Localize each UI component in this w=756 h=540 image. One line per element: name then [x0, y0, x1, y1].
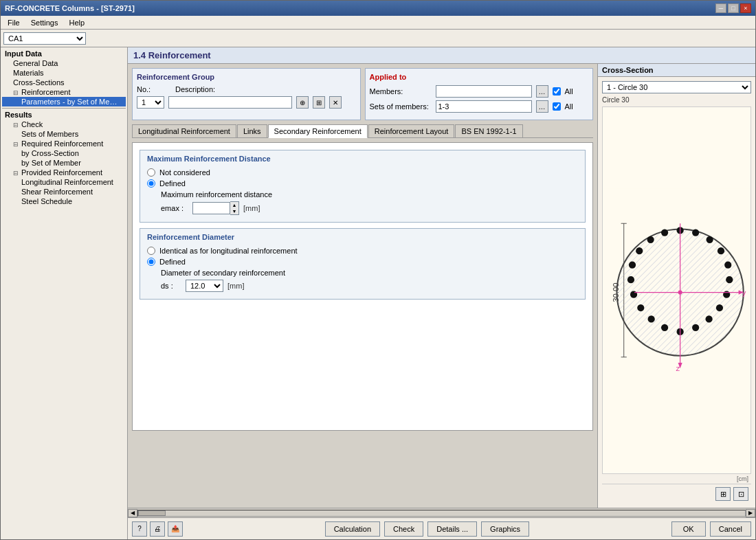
tab-secondary[interactable]: Secondary Reinforcement	[268, 124, 368, 138]
ds-unit: [mm]	[227, 282, 244, 290]
sidebar-item-by-set-of-member[interactable]: by Set of Member	[2, 158, 126, 168]
not-considered-label: Not considered	[159, 168, 210, 177]
sidebar-item-reinforcement[interactable]: ⊟Reinforcement	[2, 87, 126, 97]
sidebar-item-longitudinal-rein[interactable]: Longitudinal Reinforcement	[2, 177, 126, 187]
not-considered-radio[interactable]	[147, 168, 155, 177]
menu-bar: File Settings Help	[1, 16, 755, 30]
cs-fit-icon[interactable]: ⊡	[733, 487, 748, 501]
print-icon-btn[interactable]: 🖨	[150, 521, 165, 537]
defined-radio2[interactable]	[147, 258, 155, 266]
tab-links[interactable]: Links	[237, 124, 267, 137]
sets-all-checkbox[interactable]	[553, 102, 561, 111]
bottom-left-buttons: ? 🖨 📤	[132, 521, 183, 537]
sidebar-item-cross-sections[interactable]: Cross-Sections	[2, 78, 126, 87]
rein-diam-group: Reinforcement Diameter Identical as for …	[140, 228, 586, 300]
panel-header: 1.4 Reinforcement	[128, 47, 755, 64]
sidebar-item-check[interactable]: ⊟Check	[2, 120, 126, 129]
members-select-icon[interactable]: …	[536, 85, 548, 98]
bottom-bar: ? 🖨 📤 Calculation Check Details ... Grap…	[128, 517, 755, 539]
svg-point-10	[707, 236, 713, 243]
menu-settings[interactable]: Settings	[27, 18, 63, 27]
svg-point-21	[637, 304, 644, 311]
cs-zoom-icon[interactable]: ⊞	[715, 487, 731, 501]
toolbar: CA1	[1, 30, 755, 47]
scroll-track[interactable]	[137, 510, 746, 517]
cs-unit: [cm]	[602, 474, 751, 484]
help-icon-btn[interactable]: ?	[132, 521, 147, 537]
members-input[interactable]	[436, 85, 532, 98]
description-input[interactable]	[168, 96, 292, 109]
svg-point-27	[661, 229, 668, 236]
svg-point-26	[647, 236, 654, 243]
svg-point-34	[678, 291, 682, 295]
tab-bs[interactable]: BS EN 1992-1-1	[455, 124, 522, 137]
cancel-button[interactable]: Cancel	[710, 521, 751, 537]
sidebar-item-general-data[interactable]: General Data	[2, 58, 126, 68]
emax-unit: [mm]	[243, 204, 260, 212]
export-icon-btn[interactable]: 📤	[168, 521, 183, 537]
sidebar-item-provided-rein[interactable]: ⊟Provided Reinforcement	[2, 168, 126, 177]
identical-radio[interactable]	[147, 247, 155, 255]
minimize-button[interactable]: ─	[715, 3, 726, 13]
ds-select[interactable]: 12.0 8.0 10.0 14.0 16.0	[186, 280, 223, 292]
ds-label: ds :	[161, 282, 181, 290]
sets-all-label: All	[565, 102, 573, 111]
sidebar-item-results[interactable]: Results	[2, 110, 126, 120]
sidebar-item-shear-rein[interactable]: Shear Reinforcement	[2, 187, 126, 196]
svg-point-24	[629, 262, 636, 269]
sets-input[interactable]	[436, 100, 532, 113]
panel-body: Reinforcement Group No.: Description: 1	[128, 64, 755, 508]
ca-dropdown[interactable]: CA1	[3, 32, 86, 45]
details-button[interactable]: Details ...	[427, 521, 477, 537]
emax-label: emax :	[161, 204, 188, 212]
delete-icon[interactable]: ✕	[329, 96, 342, 109]
sidebar-item-required-rein[interactable]: ⊟Required Reinforcement	[2, 139, 126, 148]
svg-point-12	[724, 262, 731, 269]
scroll-thumb[interactable]	[138, 510, 166, 516]
emax-value-input[interactable]: 250.0	[192, 202, 230, 214]
sidebar: Input Data General Data Materials Cross-…	[1, 47, 128, 539]
tab-longitudinal[interactable]: Longitudinal Reinforcement	[132, 124, 236, 137]
sidebar-item-materials[interactable]: Materials	[2, 68, 126, 78]
menu-help[interactable]: Help	[65, 18, 89, 27]
sidebar-item-params[interactable]: Parameters - by Set of Members	[2, 97, 126, 106]
members-all-label: All	[565, 87, 573, 95]
svg-point-25	[636, 247, 643, 254]
graphics-button[interactable]: Graphics	[481, 521, 529, 537]
svg-point-17	[692, 324, 699, 331]
sets-row: Sets of members: … All	[370, 100, 589, 113]
sidebar-item-steel-schedule[interactable]: Steel Schedule	[2, 196, 126, 206]
defined-row1: Defined	[147, 179, 578, 188]
scroll-right-btn[interactable]: ▶	[746, 509, 755, 517]
paste-icon[interactable]: ⊞	[313, 96, 325, 109]
tab-layout[interactable]: Reinforcement Layout	[368, 124, 455, 137]
svg-point-15	[716, 304, 723, 311]
not-considered-row: Not considered	[147, 168, 578, 177]
emax-down-btn[interactable]: ▼	[230, 208, 238, 214]
cross-section-panel: Cross-Section 1 - Circle 30 Circle 30	[597, 64, 755, 508]
cs-dropdown[interactable]: 1 - Circle 30	[602, 81, 751, 93]
no-desc-values-row: 1 ⊕ ⊞ ✕	[137, 96, 356, 109]
emax-up-btn[interactable]: ▲	[230, 202, 238, 208]
no-select[interactable]: 1	[137, 96, 164, 109]
svg-point-13	[726, 276, 733, 283]
copy-icon[interactable]: ⊕	[296, 96, 309, 109]
svg-point-19	[661, 324, 668, 331]
max-dist-text: Maximum reinforcement distance	[161, 190, 272, 199]
sidebar-item-by-cross-section[interactable]: by Cross-Section	[2, 148, 126, 158]
desc-label: Description:	[175, 85, 223, 93]
sidebar-item-input-data[interactable]: Input Data	[2, 49, 126, 58]
sidebar-item-sets-of-members[interactable]: Sets of Members	[2, 129, 126, 139]
main-window: RF-CONCRETE Columns - [ST-2971] ─ □ × Fi…	[0, 0, 756, 540]
close-button[interactable]: ×	[740, 3, 751, 13]
ok-button[interactable]: OK	[671, 521, 706, 537]
sets-select-icon[interactable]: …	[536, 100, 548, 113]
defined-radio1[interactable]	[147, 179, 155, 188]
right-panel: 1.4 Reinforcement Reinforcement Group No…	[128, 47, 755, 539]
maximize-button[interactable]: □	[728, 3, 739, 13]
menu-file[interactable]: File	[3, 18, 24, 27]
scroll-left-btn[interactable]: ◀	[128, 509, 137, 517]
check-button[interactable]: Check	[384, 521, 423, 537]
members-all-checkbox[interactable]	[553, 87, 561, 95]
calculation-button[interactable]: Calculation	[325, 521, 380, 537]
